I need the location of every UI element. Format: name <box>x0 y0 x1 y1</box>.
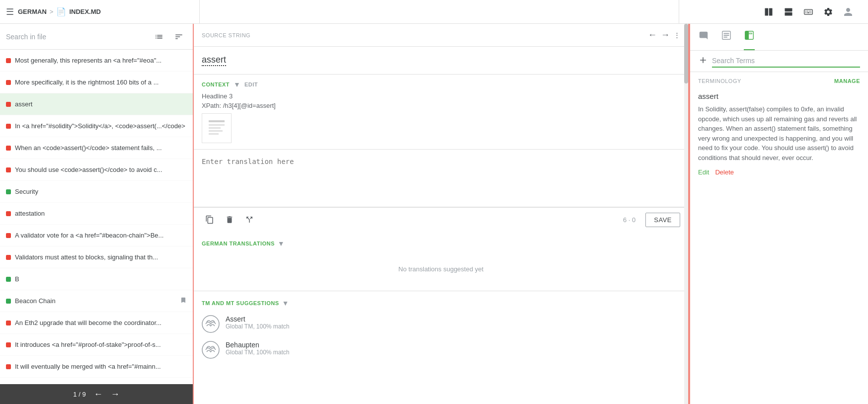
copy-icon[interactable] <box>202 212 218 228</box>
context-chevron-icon[interactable]: ▼ <box>234 81 240 88</box>
next-page-button[interactable]: → <box>111 389 120 400</box>
tab-terminology[interactable] <box>744 24 755 50</box>
svg-rect-10 <box>807 12 810 13</box>
list-item[interactable]: assert <box>0 93 193 115</box>
layout-icon-2[interactable] <box>781 4 796 20</box>
list-item-text: When an <code>assert()</code> statement … <box>15 144 187 152</box>
context-xpath: XPath: /h3[4][@id=assert] <box>202 102 680 109</box>
svg-rect-9 <box>805 12 806 13</box>
tm-logo-icon <box>202 315 220 333</box>
user-icon[interactable] <box>840 4 856 20</box>
search-input[interactable] <box>6 33 147 41</box>
tm-label[interactable]: TM AND MT SUGGESTIONS <box>202 300 279 306</box>
list-item[interactable]: Most generally, this represents an <a hr… <box>0 50 193 72</box>
list-item-text: attestation <box>15 210 187 217</box>
hamburger-icon[interactable]: ☰ <box>6 6 14 17</box>
comments-icon <box>698 33 709 43</box>
tm-text: BehauptenGlobal TM, 100% match <box>226 341 290 356</box>
add-term-icon[interactable] <box>698 55 708 68</box>
svg-rect-6 <box>807 10 808 11</box>
save-button[interactable]: SAVE <box>645 213 680 227</box>
delete-icon[interactable] <box>222 212 237 228</box>
tm-item[interactable]: BehauptenGlobal TM, 100% match <box>202 341 680 359</box>
source-word: assert <box>202 55 226 66</box>
terminology-content: assert In Solidity, assert(false) compil… <box>690 86 868 182</box>
settings-icon[interactable] <box>820 4 836 20</box>
list-item[interactable]: It introduces <a href="#proof-of-stake">… <box>0 334 193 356</box>
status-dot <box>6 189 11 194</box>
prev-string-icon[interactable]: ← <box>648 30 657 40</box>
pagination-count: 1 / 9 <box>73 391 85 398</box>
list-item-text: Security <box>15 188 187 195</box>
status-dot <box>6 211 11 216</box>
edit-label[interactable]: EDIT <box>244 81 258 87</box>
list-item[interactable]: When an <code>assert()</code> statement … <box>0 137 193 159</box>
list-item[interactable]: Validators must attest to blocks, signal… <box>0 246 193 268</box>
edit-term-button[interactable]: Edit <box>698 168 709 176</box>
search-terms-input[interactable] <box>712 55 860 68</box>
right-tabs <box>690 24 868 51</box>
tm-chevron[interactable]: ▼ <box>282 299 289 307</box>
more-options-icon[interactable]: ⋮ <box>674 31 680 39</box>
translation-input[interactable] <box>202 158 680 197</box>
list-item[interactable]: In <a href="#solidity">Solidity</a>, <co… <box>0 115 193 137</box>
svg-rect-11 <box>810 12 811 13</box>
list-item[interactable]: B <box>0 268 193 290</box>
list-item[interactable]: attestation <box>0 203 193 225</box>
tab-history[interactable] <box>721 24 732 50</box>
status-dot <box>6 58 11 63</box>
list-item[interactable]: Beacon Chain <box>0 290 193 312</box>
filter-icon[interactable] <box>171 29 187 45</box>
svg-rect-2 <box>785 8 792 11</box>
svg-rect-13 <box>209 124 225 126</box>
list-item[interactable]: An Eth2 upgrade that will become the coo… <box>0 312 193 334</box>
list-item[interactable]: A validator vote for a <a href="#beacon-… <box>0 225 193 246</box>
next-string-icon[interactable]: → <box>661 30 670 40</box>
breadcrumb-separator: > <box>50 8 54 15</box>
svg-rect-0 <box>765 8 769 15</box>
status-dot <box>6 277 11 282</box>
list-item[interactable]: More specifically, it is the rightmost 1… <box>0 72 193 93</box>
status-dot <box>6 102 11 107</box>
status-dot <box>6 124 11 129</box>
svg-rect-20 <box>724 33 729 34</box>
tm-word: Behaupten <box>226 341 290 349</box>
list-item-text: It introduces <a href="#proof-of-stake">… <box>15 341 187 348</box>
translation-toolbar: 6 · 0 SAVE <box>194 207 688 232</box>
center-panel: SOURCE STRING ← → ⋮ assert CONTEXT ▼ EDI… <box>194 24 689 404</box>
layout-icon-1[interactable] <box>761 4 777 20</box>
file-name[interactable]: INDEX.MD <box>69 8 101 15</box>
manage-button[interactable]: MANAGE <box>834 78 860 84</box>
list-item[interactable]: It will eventually be merged with <a hre… <box>0 356 193 378</box>
svg-rect-15 <box>209 130 223 132</box>
tm-item[interactable]: AssertGlobal TM, 100% match <box>202 315 680 333</box>
keyboard-icon[interactable] <box>800 4 816 20</box>
project-name[interactable]: GERMAN <box>18 8 47 15</box>
svg-rect-3 <box>785 12 792 15</box>
list-item[interactable]: You should use <code>assert()</code> to … <box>0 159 193 181</box>
file-list: Most generally, this represents an <a hr… <box>0 50 193 384</box>
context-label[interactable]: CONTEXT <box>202 81 230 87</box>
tm-text: AssertGlobal TM, 100% match <box>226 315 290 330</box>
delete-term-button[interactable]: Delete <box>715 168 734 176</box>
status-dot <box>6 299 11 304</box>
tab-comments[interactable] <box>698 24 709 50</box>
pagination-bar: 1 / 9 ← → <box>0 384 193 404</box>
status-dot <box>6 167 11 172</box>
bookmark-icon[interactable] <box>180 297 187 305</box>
source-content: assert <box>194 47 688 75</box>
status-dot <box>6 255 11 260</box>
prev-page-button[interactable]: ← <box>94 389 103 400</box>
tm-word: Assert <box>226 315 290 323</box>
context-image <box>202 113 232 143</box>
list-item-text: assert <box>15 100 187 108</box>
list-view-icon[interactable] <box>151 29 167 45</box>
list-item[interactable]: Security <box>0 181 193 203</box>
char-count: 6 · 0 <box>623 216 635 224</box>
german-translations-chevron[interactable]: ▼ <box>278 240 285 247</box>
split-icon[interactable] <box>241 212 257 228</box>
list-item[interactable]: Beacon Chain <box>0 378 193 384</box>
breadcrumb: GERMAN > 📄 INDEX.MD <box>18 7 101 16</box>
term-actions: Edit Delete <box>698 168 860 176</box>
german-translations-label[interactable]: GERMAN TRANSLATIONS <box>202 241 275 246</box>
